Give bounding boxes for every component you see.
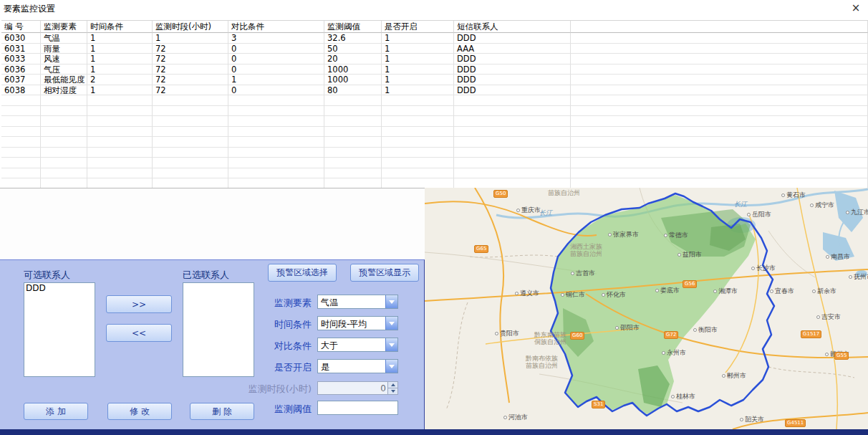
- table-cell: [454, 137, 571, 148]
- threshold-input[interactable]: [317, 401, 398, 415]
- spinner-down-icon[interactable]: [387, 388, 397, 395]
- city-dot-icon: [608, 233, 612, 236]
- table-cell: [324, 148, 382, 158]
- table-row[interactable]: 6031雨量1720501AAA: [1, 44, 868, 54]
- table-cell: [87, 127, 153, 138]
- period-spinner[interactable]: 0: [317, 381, 398, 395]
- table-row[interactable]: [1, 168, 868, 179]
- compare-condition-combo[interactable]: 大于: [317, 338, 398, 352]
- city-dot-icon: [503, 416, 507, 419]
- city-dot-icon: [602, 293, 605, 297]
- table-row[interactable]: 6033风速1720201DDD: [1, 54, 868, 64]
- available-contacts-label: 可选联系人: [24, 269, 70, 282]
- time-condition-combo[interactable]: 时间段-平均: [317, 316, 398, 330]
- table-row[interactable]: [1, 158, 868, 168]
- add-button[interactable]: 添 加: [24, 403, 88, 420]
- table-row[interactable]: [1, 127, 868, 138]
- table-cell: [41, 137, 87, 148]
- warn-area-select-button[interactable]: 预警区域选择: [268, 264, 337, 282]
- table-cell: 72: [153, 75, 228, 85]
- move-right-button[interactable]: >>: [106, 295, 172, 313]
- city-dot-icon: [816, 315, 820, 319]
- table-row[interactable]: [1, 137, 868, 148]
- city-dot-icon: [826, 255, 829, 259]
- table-row[interactable]: [1, 148, 868, 158]
- city-label: 衡阳市: [693, 325, 718, 335]
- city-label: 贵阳市: [495, 329, 519, 338]
- table-header-row: 编 号监测要素时间条件监测时段(小时)对比条件监测阈值是否开启短信联系人: [1, 21, 868, 33]
- city-dot-icon: [571, 272, 574, 275]
- city-label: 益阳市: [677, 250, 702, 259]
- table-row[interactable]: [1, 106, 868, 117]
- table-cell: 50: [324, 44, 382, 54]
- table-cell: [153, 127, 228, 138]
- table-cell: 3: [228, 33, 324, 44]
- city-dot-icon: [846, 211, 849, 214]
- table-cell: [153, 106, 228, 117]
- combo-value: 气温: [321, 297, 338, 309]
- city-dot-icon: [495, 332, 498, 335]
- table-cell: 0: [228, 44, 324, 54]
- table-cell: 1: [382, 54, 454, 64]
- table-row[interactable]: 6038相对湿度1720801DDD: [1, 85, 868, 96]
- column-header[interactable]: 对比条件: [228, 21, 324, 33]
- column-header[interactable]: 编 号: [1, 21, 41, 33]
- table-cell: [571, 85, 868, 96]
- chevron-down-icon[interactable]: [385, 317, 397, 330]
- spinner-up-icon[interactable]: [387, 382, 397, 388]
- column-header[interactable]: 短信联系人: [454, 21, 571, 33]
- table-cell: [228, 137, 324, 148]
- chevron-down-icon[interactable]: [385, 360, 397, 373]
- column-header[interactable]: 是否开启: [382, 21, 454, 33]
- table-cell: [324, 168, 382, 179]
- city-label: 宜春市: [770, 287, 794, 296]
- table-row[interactable]: 6037最低能见度272110001DDD: [1, 75, 868, 85]
- table-row[interactable]: [1, 95, 868, 106]
- table-row[interactable]: 6036气压172010001DDD: [1, 64, 868, 75]
- road-shield: G1517: [801, 330, 821, 338]
- road-shield: G55: [834, 352, 849, 360]
- title-bar: 要素监控设置 ×: [0, 0, 868, 16]
- road-shield: G56: [683, 280, 697, 288]
- table-cell: [41, 106, 87, 117]
- table-cell: [324, 95, 382, 106]
- city-dot-icon: [713, 290, 717, 293]
- table-cell: [382, 95, 454, 106]
- column-header[interactable]: 监测时段(小时): [153, 21, 228, 33]
- road-shield: G4511: [785, 419, 806, 427]
- table-cell: 1: [153, 33, 228, 44]
- city-dot-icon: [810, 204, 814, 207]
- available-list[interactable]: DDD: [24, 282, 95, 377]
- enabled-combo[interactable]: 是: [317, 359, 398, 373]
- close-icon[interactable]: ×: [848, 1, 864, 14]
- chevron-down-icon[interactable]: [385, 338, 397, 351]
- column-header[interactable]: 时间条件: [87, 21, 153, 33]
- monitor-element-combo[interactable]: 气温: [317, 295, 398, 309]
- move-left-button[interactable]: <<: [106, 324, 172, 342]
- table-cell: [382, 158, 454, 168]
- table-cell: [87, 116, 153, 127]
- city-dot-icon: [770, 290, 773, 293]
- table-cell: 6037: [1, 75, 41, 85]
- table-cell: 1000: [324, 75, 382, 85]
- warn-area-show-button[interactable]: 预警区域显示: [350, 264, 419, 282]
- table-cell: [87, 168, 153, 179]
- modify-button[interactable]: 修 改: [107, 403, 172, 420]
- list-item[interactable]: DDD: [24, 283, 95, 293]
- city-dot-icon: [781, 193, 785, 197]
- table-cell: [41, 95, 87, 106]
- table-row[interactable]: 6030气温11332.61DDD: [1, 33, 868, 44]
- map[interactable]: 苗族自治州重庆市长江长江黄石市咸宁市九江市岳阳市常德市张家界市湘西土家族苗族自治…: [425, 188, 868, 429]
- table-row[interactable]: [1, 116, 868, 127]
- table-cell: [1, 158, 41, 168]
- combo-value: 是: [321, 361, 329, 373]
- table-cell: [87, 158, 153, 168]
- table-cell: 72: [153, 44, 228, 54]
- chevron-down-icon[interactable]: [385, 295, 397, 308]
- table-cell: 1: [87, 64, 153, 75]
- column-header[interactable]: 监测要素: [41, 21, 87, 33]
- column-header[interactable]: 监测阈值: [324, 21, 382, 33]
- table-cell: [382, 148, 454, 158]
- table-cell: DDD: [454, 85, 571, 96]
- city-dot-icon: [671, 395, 675, 398]
